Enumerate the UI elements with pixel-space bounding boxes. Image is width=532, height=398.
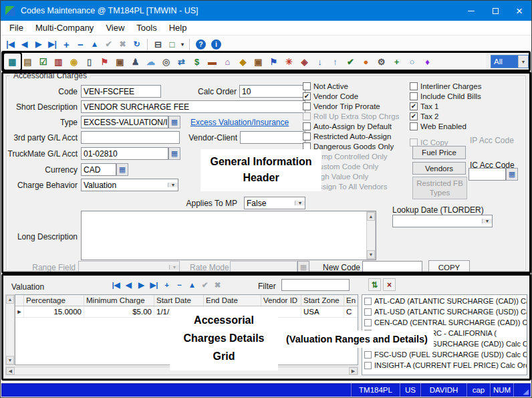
- separator[interactable]: [147, 39, 148, 50]
- copy-button[interactable]: COPY: [428, 260, 470, 274]
- option-checkbox[interactable]: Auto-Assign by Default: [303, 121, 408, 131]
- cancel-edit-icon[interactable]: ✖: [116, 37, 130, 51]
- fuel-price-button[interactable]: Fuel Price: [412, 146, 466, 159]
- option-checkbox[interactable]: Tax 1: [410, 101, 510, 111]
- grid-last-icon[interactable]: ▶|: [148, 278, 160, 291]
- dropdown-arrow-icon[interactable]: [168, 183, 178, 187]
- menu-item[interactable]: View: [100, 21, 130, 34]
- clear-filter-icon[interactable]: ×: [383, 278, 396, 291]
- reel-icon[interactable]: ◎: [158, 56, 174, 69]
- grid-edit-icon[interactable]: ▲: [186, 278, 198, 291]
- grid-header-cell[interactable]: Vendor ID: [261, 295, 301, 306]
- dropdown-arrow-icon[interactable]: [295, 201, 305, 205]
- grid-header-cell[interactable]: Percentage: [24, 295, 84, 306]
- window-select-dropdown-icon[interactable]: ▾: [179, 37, 186, 51]
- task-check-icon[interactable]: ☑: [35, 56, 51, 69]
- globe-icon[interactable]: ○: [404, 56, 420, 69]
- calendar-icon[interactable]: ▥: [51, 56, 66, 69]
- code-list-item[interactable]: ATL-CAD (ATLANTIC SURCHARGE (CAD)) Ca: [362, 296, 527, 306]
- scroll-down-icon[interactable]: ▼: [367, 250, 375, 259]
- ic-acc-code-lookup-button[interactable]: [506, 168, 518, 181]
- truckmate-gl-lookup-button[interactable]: [168, 147, 180, 160]
- short-description-field[interactable]: VENDOR SURCHARGE FEE: [81, 100, 305, 113]
- gear-icon[interactable]: ⚙: [374, 56, 389, 69]
- vendor-client-field[interactable]: [240, 131, 305, 144]
- cloud-icon[interactable]: ☁: [143, 56, 158, 69]
- insert-record-icon[interactable]: +: [59, 37, 74, 51]
- about-icon[interactable]: i: [211, 39, 221, 49]
- diamond-icon[interactable]: ◈: [297, 56, 312, 69]
- export-arrow-icon[interactable]: ↑: [327, 56, 343, 69]
- code-list-item[interactable]: INSIGHT-A (CURRENT FUEL PRICE) Calc Orde: [362, 360, 527, 371]
- grid-cell[interactable]: C: [344, 306, 358, 318]
- truckmate-gl-field[interactable]: 01-02810: [81, 147, 168, 160]
- dropdown-arrow-icon[interactable]: [482, 219, 492, 223]
- delete-record-icon[interactable]: −: [74, 37, 88, 51]
- grid-header-cell[interactable]: Minimum Charge: [84, 295, 154, 306]
- clipboard-icon[interactable]: ▤: [20, 56, 35, 69]
- ic-acc-code-field[interactable]: [469, 168, 506, 181]
- option-checkbox[interactable]: Web Enabled: [410, 121, 510, 131]
- package-icon[interactable]: ▣: [251, 56, 266, 69]
- first-record-icon[interactable]: |◀: [3, 37, 17, 51]
- type-link[interactable]: Excess Valuation/Insurance: [190, 118, 289, 127]
- accessorial-codes-icon[interactable]: ▦: [5, 56, 20, 69]
- grid-cell[interactable]: ►: [15, 306, 24, 318]
- gem-icon[interactable]: ◆: [235, 56, 251, 69]
- code-list-item[interactable]: FSC-USD (FUEL SURCHARGE (USD)) Calc Orde: [362, 349, 527, 360]
- edit-record-icon[interactable]: ▲: [88, 37, 102, 51]
- case-icon[interactable]: ▣: [112, 56, 128, 69]
- grid-header-cell[interactable]: End Date: [204, 295, 261, 306]
- scroll-down-icon[interactable]: ▼: [6, 356, 14, 365]
- menu-item[interactable]: Tools: [130, 21, 162, 34]
- option-checkbox[interactable]: Not Active: [303, 81, 408, 91]
- apply-filter-icon[interactable]: ⇅: [368, 278, 381, 291]
- grid-first-icon[interactable]: |◀: [110, 278, 122, 291]
- transfer-icon[interactable]: ⇄: [174, 56, 189, 69]
- resize-grip-icon[interactable]: ◢: [513, 383, 531, 397]
- dropdown-arrow-icon[interactable]: [518, 56, 528, 68]
- grid-header-cell[interactable]: Start Zone: [301, 295, 344, 306]
- grid-header-cell[interactable]: [15, 295, 24, 306]
- scroll-right-icon[interactable]: ▶: [349, 367, 358, 375]
- option-checkbox[interactable]: Vendor Code: [303, 91, 408, 101]
- currency-field[interactable]: CAD: [81, 163, 116, 176]
- grid-next-icon[interactable]: ▶: [135, 278, 148, 291]
- currency-lookup-button[interactable]: [116, 163, 128, 176]
- currency-icon[interactable]: $: [189, 56, 205, 69]
- code-field[interactable]: VEN-FSCFEE: [81, 85, 161, 98]
- help-icon[interactable]: ?: [196, 39, 206, 49]
- grid-prev-icon[interactable]: ◀: [122, 278, 135, 291]
- grid-header-cell[interactable]: En: [344, 295, 358, 306]
- red-flag-icon[interactable]: ⚑: [97, 56, 112, 69]
- last-record-icon[interactable]: ▶|: [45, 37, 59, 51]
- grid-insert-icon[interactable]: +: [160, 278, 173, 291]
- cargo-icon[interactable]: ▬: [205, 56, 220, 69]
- scroll-up-icon[interactable]: ▲: [6, 295, 14, 304]
- prev-record-icon[interactable]: ◀: [17, 37, 31, 51]
- new-code-field[interactable]: [362, 261, 422, 274]
- grid-cell[interactable]: USA: [301, 306, 344, 318]
- close-button[interactable]: ×: [507, 1, 531, 21]
- code-filter-combo[interactable]: All: [491, 55, 529, 68]
- type-lookup-button[interactable]: [168, 116, 180, 128]
- menu-item[interactable]: File: [3, 21, 29, 34]
- post-edit-icon[interactable]: ✔: [102, 37, 116, 51]
- lookup-date-combo[interactable]: [392, 215, 493, 227]
- refresh-icon[interactable]: ↻: [130, 37, 144, 51]
- window-select-icon[interactable]: □: [165, 37, 179, 51]
- grid-delete-icon[interactable]: −: [173, 278, 186, 291]
- applies-to-mp-combo[interactable]: False: [244, 197, 305, 209]
- import-arrow-icon[interactable]: ↓: [312, 56, 327, 69]
- maximize-button[interactable]: [483, 1, 507, 21]
- grid-header-cell[interactable]: Start Date: [154, 295, 204, 306]
- fuel-dot-icon[interactable]: ●: [358, 56, 374, 69]
- restricted-fb-types-button[interactable]: Restricted FB Types: [412, 177, 467, 199]
- scroll-track[interactable]: [367, 221, 375, 250]
- option-checkbox[interactable]: Vendor Trip Prorate: [303, 101, 408, 111]
- minimize-button[interactable]: [459, 1, 483, 21]
- home-icon[interactable]: ⌂: [220, 56, 235, 69]
- filter-field[interactable]: [281, 279, 350, 291]
- grid-cancel-icon[interactable]: ✖: [211, 278, 224, 291]
- coin-icon[interactable]: ◉: [66, 56, 82, 69]
